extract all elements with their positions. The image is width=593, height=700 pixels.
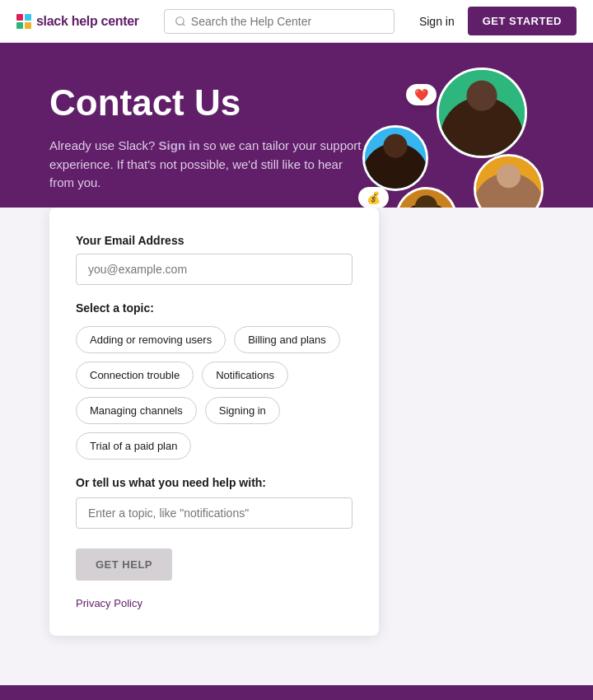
coins-emoji: 💰 — [367, 191, 381, 204]
search-icon — [175, 16, 186, 27]
header-actions: Sign in GET STARTED — [419, 7, 577, 35]
footer-section: Discover more. From channels to search, … — [0, 685, 593, 700]
svg-point-0 — [176, 16, 184, 24]
topic-adding-removing-users[interactable]: Adding or removing users — [76, 326, 226, 353]
logo-area: slack help center — [16, 14, 139, 29]
hero-sign-in-link[interactable]: Sign in — [159, 138, 200, 152]
topic-section-label: Select a topic: — [76, 301, 353, 315]
get-help-button[interactable]: GET HELP — [76, 548, 172, 581]
topic-billing-plans[interactable]: Billing and plans — [234, 326, 340, 353]
get-started-button[interactable]: GET STARTED — [468, 7, 577, 35]
header: slack help center Sign in GET STARTED — [0, 0, 593, 43]
email-input[interactable] — [76, 254, 353, 285]
search-box[interactable] — [164, 9, 395, 34]
heart-emoji-bubble: ❤️ — [406, 84, 437, 105]
email-label: Your Email Address — [76, 234, 353, 247]
main-content: Your Email Address Select a topic: Addin… — [0, 208, 593, 685]
contact-form-card: Your Email Address Select a topic: Addin… — [49, 208, 379, 636]
free-text-input[interactable] — [76, 497, 353, 529]
avatar-2 — [362, 125, 428, 191]
slack-logo-icon — [16, 14, 31, 29]
brand-name: slack help center — [36, 14, 139, 29]
svg-line-1 — [183, 23, 185, 26]
coins-emoji-bubble: 💰 — [358, 187, 389, 208]
heart-emoji: ❤️ — [414, 88, 428, 101]
sign-in-link[interactable]: Sign in — [419, 15, 455, 28]
topic-notifications[interactable]: Notifications — [202, 362, 288, 389]
topic-signing-in[interactable]: Signing in — [205, 397, 280, 424]
topic-trial-paid-plan[interactable]: Trial of a paid plan — [76, 432, 191, 460]
avatar-1 — [437, 68, 527, 158]
brand-help-center: help center — [68, 14, 139, 28]
free-text-label: Or tell us what you need help with: — [76, 476, 353, 489]
topics-grid: Adding or removing users Billing and pla… — [76, 326, 353, 460]
subtitle-pre-text: Already use Slack? — [49, 138, 155, 152]
topic-connection-trouble[interactable]: Connection trouble — [76, 362, 194, 389]
brand-slack: slack — [36, 14, 68, 28]
privacy-policy-link[interactable]: Privacy Policy — [76, 597, 353, 609]
hero-subtitle: Already use Slack? Sign in so we can tai… — [49, 137, 362, 193]
search-input[interactable] — [191, 15, 384, 28]
topic-managing-channels[interactable]: Managing channels — [76, 397, 197, 424]
